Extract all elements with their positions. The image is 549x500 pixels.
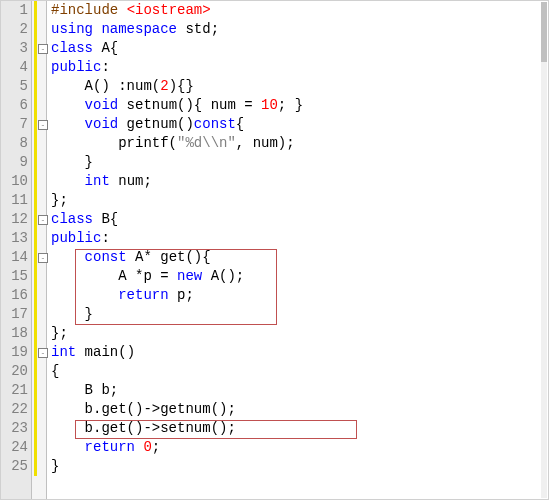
token-txt: p; [169,287,194,303]
line-number: 16 [1,286,31,305]
code-line[interactable]: #include <iostream> [51,1,548,20]
token-str: "%d\\n" [177,135,236,151]
token-txt [51,97,85,113]
token-kw-blue: public [51,230,101,246]
token-txt: std; [177,21,219,37]
code-line[interactable]: int num; [51,172,548,191]
line-number: 21 [1,381,31,400]
code-line[interactable]: int main() [51,343,548,362]
line-number: 10 [1,172,31,191]
token-pp: #include [51,2,127,18]
line-number: 22 [1,400,31,419]
line-number: 19 [1,343,31,362]
line-number: 9 [1,153,31,172]
token-angle: 0 [143,439,151,455]
line-number: 20 [1,362,31,381]
code-editor: 1234567891011121314151617181920212223242… [0,0,549,500]
token-txt: printf( [51,135,177,151]
token-kw-blue: void [85,116,119,132]
line-number: 15 [1,267,31,286]
token-txt: main() [76,344,135,360]
code-line[interactable]: b.get()->setnum(); [51,419,548,438]
token-kw-blue: using namespace [51,21,177,37]
code-line[interactable]: A *p = new A(); [51,267,548,286]
token-txt: b.get()->setnum(); [51,420,236,436]
token-txt: }; [51,325,68,341]
code-line[interactable]: using namespace std; [51,20,548,39]
token-txt: ; [152,439,160,455]
line-number: 8 [1,134,31,153]
token-txt [51,249,85,265]
code-line[interactable]: } [51,457,548,476]
line-number: 4 [1,58,31,77]
token-kw-blue: const [194,116,236,132]
code-line[interactable]: void setnum(){ num = 10; } [51,96,548,115]
token-txt: num; [110,173,152,189]
code-line[interactable]: class B{ [51,210,548,229]
token-txt: A() :num( [51,78,160,94]
token-txt: { [51,363,59,379]
token-txt [51,287,118,303]
code-line[interactable]: } [51,153,548,172]
code-line[interactable]: { [51,362,548,381]
line-number: 6 [1,96,31,115]
line-number: 25 [1,457,31,476]
line-number-gutter: 1234567891011121314151617181920212223242… [1,1,32,499]
token-kw-blue: int [85,173,110,189]
code-line[interactable]: } [51,305,548,324]
code-line[interactable]: B b; [51,381,548,400]
code-line[interactable]: printf("%d\\n", num); [51,134,548,153]
line-number: 11 [1,191,31,210]
line-number: 13 [1,229,31,248]
token-txt: } [51,458,59,474]
line-number: 14 [1,248,31,267]
code-line[interactable]: A() :num(2){} [51,77,548,96]
code-line[interactable]: void getnum()const{ [51,115,548,134]
code-line[interactable]: const A* get(){ [51,248,548,267]
scrollbar-track[interactable] [541,2,547,498]
token-txt: B b; [51,382,118,398]
code-line[interactable]: class A{ [51,39,548,58]
code-line[interactable]: return p; [51,286,548,305]
marker-margin: ----- [32,1,47,499]
token-txt [51,116,85,132]
token-txt: A(); [202,268,244,284]
code-line[interactable]: return 0; [51,438,548,457]
line-number: 24 [1,438,31,457]
token-kw-blue: class [51,40,93,56]
token-txt: A* get(){ [127,249,211,265]
token-txt: , num); [236,135,295,151]
token-txt [51,173,85,189]
line-number: 23 [1,419,31,438]
token-kw-blue: public [51,59,101,75]
token-txt: ){} [169,78,194,94]
token-kw-blue: class [51,211,93,227]
line-number: 1 [1,1,31,20]
token-txt: b.get()->getnum(); [51,401,236,417]
token-txt: B{ [93,211,118,227]
code-line[interactable]: b.get()->getnum(); [51,400,548,419]
token-txt: setnum(){ num = [118,97,261,113]
token-kw-blue: int [51,344,76,360]
token-kw-blue: return [85,439,135,455]
token-txt: ; } [278,97,303,113]
token-txt: }; [51,192,68,208]
token-txt: : [101,59,109,75]
line-number: 18 [1,324,31,343]
scrollbar-thumb[interactable] [541,2,547,62]
token-kw-blue: void [85,97,119,113]
code-area[interactable]: #include <iostream>using namespace std;c… [47,1,548,499]
code-line[interactable]: }; [51,324,548,343]
line-number: 2 [1,20,31,39]
code-line[interactable]: public: [51,58,548,77]
token-txt [51,439,85,455]
token-txt: } [51,154,93,170]
line-number: 5 [1,77,31,96]
token-kw-blue: new [177,268,202,284]
code-line[interactable]: }; [51,191,548,210]
code-line[interactable]: public: [51,229,548,248]
token-txt: { [236,116,244,132]
token-angle: 10 [261,97,278,113]
line-number: 3 [1,39,31,58]
token-txt: A{ [93,40,118,56]
